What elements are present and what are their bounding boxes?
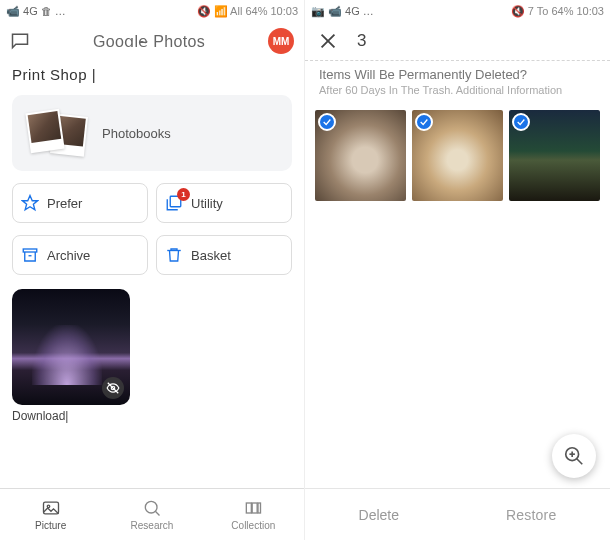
app-header: Gooɑle̴ Photos MM xyxy=(0,22,304,60)
trash-item[interactable] xyxy=(412,110,503,201)
nav-picture-label: Picture xyxy=(35,520,66,531)
svg-point-7 xyxy=(145,501,157,513)
trash-item[interactable] xyxy=(509,110,600,201)
utility-badge: 1 xyxy=(177,188,190,201)
archive-button[interactable]: Archive xyxy=(12,235,148,275)
basket-label: Basket xyxy=(191,248,231,263)
utility-button[interactable]: 1 Utility xyxy=(156,183,292,223)
warning-banner: Items Will Be Permanently Deleted? After… xyxy=(305,60,610,100)
prefer-label: Prefer xyxy=(47,196,82,211)
svg-marker-0 xyxy=(23,196,38,210)
nav-research-label: Research xyxy=(131,520,174,531)
status-right: 🔇 📶 All 64% 10:03 xyxy=(197,5,298,18)
restore-button[interactable]: Restore xyxy=(506,507,556,523)
hidden-icon xyxy=(102,377,124,399)
svg-rect-10 xyxy=(252,503,257,513)
zoom-fab[interactable] xyxy=(552,434,596,478)
magnify-plus-icon xyxy=(563,445,585,467)
check-icon xyxy=(318,113,336,131)
download-label: Download| xyxy=(12,405,292,427)
photobooks-label: Photobooks xyxy=(102,126,171,141)
photo-thumbnail[interactable] xyxy=(12,289,130,405)
photobooks-card[interactable]: Photobooks xyxy=(12,95,292,171)
picture-icon xyxy=(41,498,61,518)
search-icon xyxy=(142,498,162,518)
close-icon[interactable] xyxy=(317,30,339,52)
trash-icon xyxy=(165,246,183,264)
status-right-r: 🔇 7 To 64% 10:03 xyxy=(511,5,604,18)
archive-icon xyxy=(21,246,39,264)
chat-icon[interactable] xyxy=(10,31,30,51)
check-icon xyxy=(415,113,433,131)
status-left-r: 📷 📹 4G … xyxy=(311,5,374,18)
basket-button[interactable]: Basket xyxy=(156,235,292,275)
nav-collection[interactable]: Collection xyxy=(203,489,304,540)
polaroid-icon xyxy=(28,109,90,157)
warning-title: Items Will Be Permanently Deleted? xyxy=(319,65,596,84)
utility-label: Utility xyxy=(191,196,223,211)
delete-button[interactable]: Delete xyxy=(359,507,399,523)
bottom-actions: Delete Restore xyxy=(305,488,610,540)
svg-line-8 xyxy=(155,511,159,515)
app-title: Gooɑle̴ Photos xyxy=(40,32,258,51)
nav-picture[interactable]: Picture xyxy=(0,489,101,540)
prefer-button[interactable]: Prefer xyxy=(12,183,148,223)
warning-subtitle: After 60 Days In The Trash. Additional I… xyxy=(319,84,596,96)
svg-line-15 xyxy=(577,459,583,465)
bottom-nav: Picture Research Collection xyxy=(0,488,304,540)
selection-header: 3 xyxy=(305,22,610,60)
trash-grid xyxy=(305,100,610,211)
left-screen: 📹 4G 🗑 … 🔇 📶 All 64% 10:03 Gooɑle̴ Photo… xyxy=(0,0,305,540)
status-bar: 📹 4G 🗑 … 🔇 📶 All 64% 10:03 xyxy=(0,0,304,22)
status-bar-r: 📷 📹 4G … 🔇 7 To 64% 10:03 xyxy=(305,0,610,22)
svg-rect-11 xyxy=(258,503,261,513)
check-icon xyxy=(512,113,530,131)
archive-label: Archive xyxy=(47,248,90,263)
avatar[interactable]: MM xyxy=(268,28,294,54)
trash-item[interactable] xyxy=(315,110,406,201)
status-left: 📹 4G 🗑 … xyxy=(6,5,66,18)
nav-research[interactable]: Research xyxy=(101,489,202,540)
selection-count: 3 xyxy=(357,31,366,51)
section-title: Print Shop | xyxy=(0,60,304,89)
svg-rect-2 xyxy=(23,249,37,252)
collection-icon xyxy=(243,498,263,518)
right-screen: 📷 📹 4G … 🔇 7 To 64% 10:03 3 Items Will B… xyxy=(305,0,610,540)
svg-rect-9 xyxy=(247,503,252,513)
nav-collection-label: Collection xyxy=(231,520,275,531)
star-icon xyxy=(21,194,39,212)
